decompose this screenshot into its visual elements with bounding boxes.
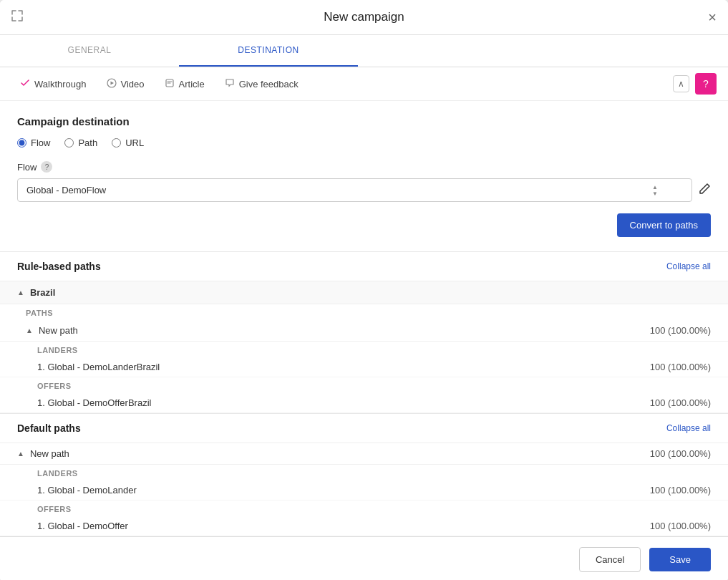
expand-button[interactable] — [11, 10, 23, 24]
tabs-nav: GENERAL DESTINATION — [0, 35, 728, 67]
close-button[interactable]: × — [708, 10, 717, 24]
article-button[interactable]: Article — [156, 74, 213, 95]
content-area: Campaign destination Flow Path URL Flow … — [0, 101, 728, 251]
flow-select[interactable]: Global - DemoFlow — [17, 178, 692, 202]
tabs-spacer — [358, 35, 728, 67]
default-offers-label: OFFERS — [0, 501, 728, 516]
modal-header: New campaign × — [0, 0, 728, 35]
walkthrough-button[interactable]: Walkthrough — [11, 74, 95, 95]
default-path-value: 100 (100.00%) — [650, 448, 711, 459]
flow-help-icon[interactable]: ? — [41, 161, 52, 173]
brazil-label: Brazil — [30, 287, 55, 298]
cancel-button[interactable]: Cancel — [579, 547, 641, 572]
path-radio-text: Path — [78, 137, 97, 148]
save-button[interactable]: Save — [649, 548, 711, 571]
walkthrough-icon — [20, 78, 30, 90]
brazil-offer-name: 1. Global - DemoOfferBrazil — [37, 397, 151, 408]
default-offer-row: 1. Global - DemoOffer 100 (100.00%) — [0, 516, 728, 536]
default-offer-value: 100 (100.00%) — [650, 521, 711, 531]
feedback-button[interactable]: Give feedback — [216, 74, 307, 95]
default-lander-value: 100 (100.00%) — [650, 485, 711, 496]
modal: New campaign × GENERAL DESTINATION Walkt… — [0, 0, 728, 580]
path-radio-label[interactable]: Path — [64, 137, 97, 148]
default-paths-header: Default paths Collapse all — [0, 414, 728, 443]
url-radio-text: URL — [125, 137, 144, 148]
convert-btn-container: Convert to paths — [17, 213, 711, 237]
brazil-offer-value: 100 (100.00%) — [650, 397, 711, 408]
help-pink-button[interactable]: ? — [695, 73, 717, 95]
feedback-label: Give feedback — [239, 79, 299, 90]
flow-radio-label[interactable]: Flow — [17, 137, 50, 148]
default-paths-title: Default paths — [17, 422, 81, 434]
default-landers-label: LANDERS — [0, 465, 728, 480]
brazil-new-path-row: ▲ New path 100 (100.00%) — [0, 320, 728, 342]
toolbar-collapse-button[interactable]: ∧ — [673, 75, 689, 92]
brazil-path-value: 100 (100.00%) — [650, 325, 711, 336]
rule-based-paths-title: Rule-based paths — [17, 261, 101, 272]
article-icon — [165, 78, 175, 90]
brazil-offers-label: OFFERS — [0, 377, 728, 393]
brazil-region-row: ▲ Brazil — [0, 281, 728, 304]
flow-select-wrapper: Global - DemoFlow ▲ ▼ — [17, 178, 711, 202]
brazil-path-name: New path — [39, 325, 78, 336]
destination-radio-group: Flow Path URL — [17, 137, 711, 148]
tab-destination[interactable]: DESTINATION — [179, 35, 358, 67]
path-radio[interactable] — [64, 138, 74, 148]
svg-marker-1 — [110, 81, 114, 84]
toolbar: Walkthrough Video Article Give feedback … — [0, 67, 728, 101]
brazil-path-chevron: ▲ — [26, 327, 33, 334]
default-path-name: New path — [30, 448, 69, 459]
brazil-paths-label: PATHS — [0, 304, 728, 320]
video-icon — [107, 78, 117, 90]
modal-footer: Cancel Save — [0, 536, 728, 580]
toolbar-right: ∧ ? — [673, 73, 717, 95]
brazil-lander-name: 1. Global - DemoLanderBrazil — [37, 362, 160, 372]
url-radio[interactable] — [112, 138, 121, 148]
modal-title: New campaign — [324, 10, 404, 24]
brazil-chevron-icon: ▲ — [17, 289, 24, 296]
video-button[interactable]: Video — [98, 74, 153, 95]
default-paths-section: Default paths Collapse all ▲ New path 10… — [0, 414, 728, 536]
flow-field-label: Flow ? — [17, 161, 711, 173]
flow-radio[interactable] — [17, 138, 26, 148]
flow-label-text: Flow — [17, 162, 37, 173]
article-label: Article — [179, 79, 205, 90]
flow-edit-button[interactable] — [698, 183, 711, 198]
default-lander-row: 1. Global - DemoLander 100 (100.00%) — [0, 480, 728, 501]
feedback-icon — [225, 78, 235, 90]
rule-based-paths-header: Rule-based paths Collapse all — [0, 252, 728, 281]
default-lander-name: 1. Global - DemoLander — [37, 485, 137, 496]
convert-to-paths-button[interactable]: Convert to paths — [617, 213, 711, 237]
campaign-destination-title: Campaign destination — [17, 115, 711, 127]
walkthrough-label: Walkthrough — [34, 79, 87, 90]
brazil-lander-value: 100 (100.00%) — [650, 362, 711, 372]
default-path-chevron: ▲ — [17, 450, 24, 458]
brazil-landers-label: LANDERS — [0, 342, 728, 357]
tab-general[interactable]: GENERAL — [0, 35, 179, 67]
rule-based-collapse-all[interactable]: Collapse all — [666, 261, 711, 271]
default-new-path-row: ▲ New path 100 (100.00%) — [0, 443, 728, 465]
brazil-path-left: ▲ New path — [26, 325, 78, 336]
video-label: Video — [121, 79, 145, 90]
default-offer-name: 1. Global - DemoOffer — [37, 521, 128, 531]
url-radio-label[interactable]: URL — [112, 137, 144, 148]
flow-radio-text: Flow — [31, 137, 50, 148]
rule-based-paths-section: Rule-based paths Collapse all ▲ Brazil P… — [0, 252, 728, 413]
brazil-lander-row: 1. Global - DemoLanderBrazil 100 (100.00… — [0, 357, 728, 377]
brazil-offer-row: 1. Global - DemoOfferBrazil 100 (100.00%… — [0, 393, 728, 413]
default-collapse-all[interactable]: Collapse all — [666, 423, 711, 433]
default-path-left: ▲ New path — [17, 448, 69, 459]
